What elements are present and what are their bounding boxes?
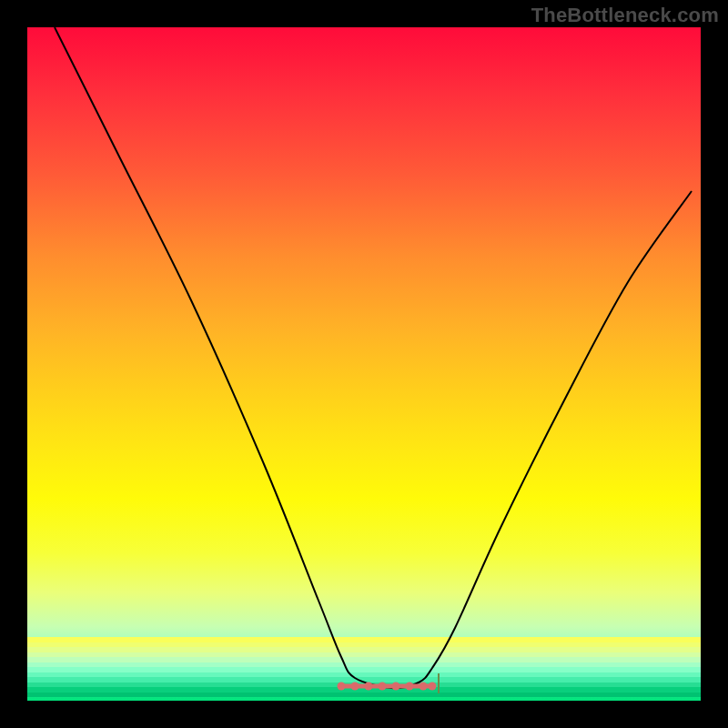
optimal-dot (420, 682, 428, 691)
plot-area (27, 27, 701, 701)
optimal-dot (351, 682, 359, 691)
chart-frame: TheBottleneck.com (0, 0, 728, 728)
optimal-dot (392, 682, 400, 691)
bottleneck-curve (55, 27, 692, 688)
optimal-dot (338, 682, 346, 691)
optimal-dot (379, 682, 387, 691)
optimal-dot (406, 682, 414, 691)
optimal-dot (429, 682, 437, 691)
optimal-dot (365, 682, 373, 691)
watermark-text: TheBottleneck.com (531, 4, 719, 27)
curve-svg (27, 27, 701, 701)
